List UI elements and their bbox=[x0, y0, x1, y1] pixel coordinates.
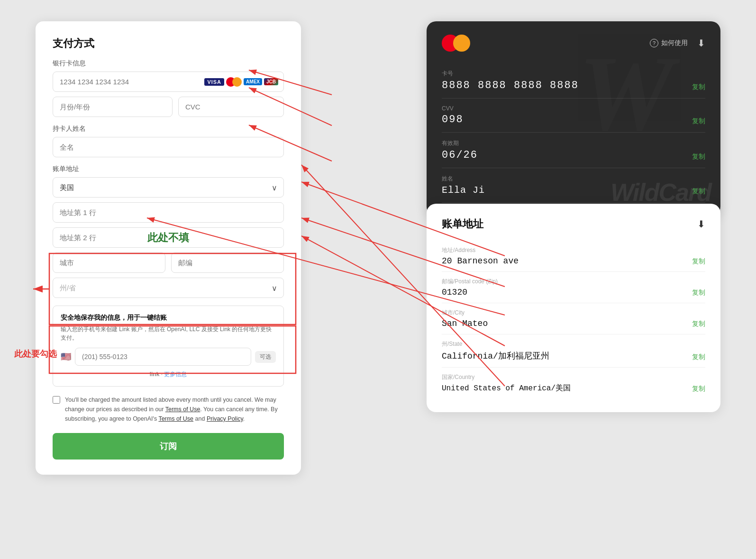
address1-input[interactable] bbox=[53, 202, 284, 223]
cvv-label: CVV bbox=[442, 105, 464, 112]
subscribe-button[interactable]: 订阅 bbox=[53, 433, 284, 460]
city-input[interactable] bbox=[53, 252, 165, 273]
cvc-input[interactable] bbox=[178, 97, 284, 117]
card-icons: VISA AMEX JCB bbox=[204, 77, 278, 87]
billing-address-label: 地址/Address bbox=[442, 246, 519, 254]
billing-download-icon[interactable]: ⬇ bbox=[697, 218, 705, 230]
billing-city-copy-button[interactable]: 复制 bbox=[692, 320, 705, 328]
card-expiry-cvc-row bbox=[53, 97, 284, 117]
visa-icon: VISA bbox=[204, 78, 224, 86]
address1-wrapper bbox=[53, 202, 284, 223]
billing-address-field: 地址/Address 20 Barneson ave 复制 bbox=[442, 241, 705, 272]
mastercard-logo bbox=[442, 35, 470, 52]
billing-title: 账单地址 bbox=[442, 217, 483, 231]
card-actions: ? 如何使用 ⬇ bbox=[650, 37, 705, 49]
country-dropdown[interactable]: 美国 ∨ bbox=[53, 177, 284, 198]
checkbox-annotation-label: 此处要勾选 bbox=[14, 348, 57, 360]
card-header: ? 如何使用 ⬇ bbox=[442, 35, 705, 52]
phone-row: 🇺🇸 可选 bbox=[61, 348, 276, 366]
billing-country-value: United States of America/美国 bbox=[442, 383, 571, 393]
billing-state-field: 州/State California/加利福尼亚州 复制 bbox=[442, 334, 705, 368]
us-flag-icon: 🇺🇸 bbox=[61, 352, 71, 362]
terms-link2[interactable]: Terms of Use bbox=[158, 415, 193, 422]
billing-zip-value: 01320 bbox=[442, 288, 498, 297]
billing-state-copy-button[interactable]: 复制 bbox=[692, 353, 705, 361]
expiry-copy-button[interactable]: 复制 bbox=[692, 153, 705, 161]
address2-wrapper: 此处不填 bbox=[53, 227, 284, 248]
card-cvv-field: CVV 098 复制 bbox=[442, 99, 705, 133]
billing-country-left: 国家/Country United States of America/美国 bbox=[442, 373, 571, 393]
city-zip-row bbox=[53, 252, 284, 273]
card-download-icon[interactable]: ⬇ bbox=[697, 37, 705, 49]
billing-zip-field: 邮编/Postal code (Zip) 01320 复制 bbox=[442, 272, 705, 303]
billing-zip-label: 邮编/Postal code (Zip) bbox=[442, 278, 498, 286]
card-expiry-field: 有效期 06/26 复制 bbox=[442, 133, 705, 168]
country-select[interactable]: 美国 bbox=[53, 177, 284, 198]
billing-zip-copy-button[interactable]: 复制 bbox=[692, 289, 705, 297]
address2-note: 此处不填 bbox=[147, 231, 189, 245]
save-info-title: 安全地保存我的信息，用于一键结账 bbox=[61, 314, 276, 322]
privacy-link[interactable]: Privacy Policy bbox=[207, 415, 243, 422]
card-section-label: 银行卡信息 bbox=[53, 59, 284, 68]
terms-checkbox[interactable] bbox=[53, 396, 60, 404]
cvc-wrapper bbox=[178, 97, 284, 117]
card-cvv-left: CVV 098 bbox=[442, 105, 464, 126]
card-number-copy-button[interactable]: 复制 bbox=[692, 83, 705, 91]
save-info-desc: 输入您的手机号来创建 Link 账户，然后在 OpenAI, LLC 及接受 L… bbox=[61, 325, 276, 342]
billing-address-copy-button[interactable]: 复制 bbox=[692, 257, 705, 266]
card-number-field: 卡号 8888 8888 8888 8888 复制 bbox=[442, 63, 705, 99]
card-number-left: 卡号 8888 8888 8888 8888 bbox=[442, 70, 579, 91]
zip-input[interactable] bbox=[171, 252, 284, 273]
state-dropdown[interactable]: 州/省 ∨ bbox=[53, 278, 284, 298]
link-footer: link · 更多信息 bbox=[61, 370, 276, 379]
card-number-wrapper: VISA AMEX JCB bbox=[53, 72, 284, 92]
card-help[interactable]: ? 如何使用 bbox=[650, 39, 688, 47]
name-value: Ella Ji bbox=[442, 185, 485, 196]
billing-city-left: 城市/City San Mateo bbox=[442, 309, 488, 328]
card-name-field: 姓名 Ella Ji 复制 bbox=[442, 168, 705, 203]
billing-country-label: 国家/Country bbox=[442, 373, 571, 381]
billing-address-panel: 账单地址 ⬇ 地址/Address 20 Barneson ave 复制 邮编/… bbox=[427, 204, 720, 412]
card-number-value: 8888 8888 8888 8888 bbox=[442, 80, 579, 91]
optional-badge: 可选 bbox=[255, 351, 276, 363]
card-number-label: 卡号 bbox=[442, 70, 579, 78]
state-select[interactable]: 州/省 bbox=[53, 278, 284, 298]
card-name-left: 姓名 Ella Ji bbox=[442, 175, 485, 196]
billing-city-value: San Mateo bbox=[442, 319, 488, 328]
terms-row: You'll be charged the amount listed abov… bbox=[53, 395, 284, 424]
billing-address-value: 20 Barneson ave bbox=[442, 256, 519, 266]
link-more-info[interactable]: 更多信息 bbox=[164, 371, 187, 378]
billing-country-copy-button[interactable]: 复制 bbox=[692, 385, 705, 393]
billing-country-field: 国家/Country United States of America/美国 复… bbox=[442, 368, 705, 399]
name-label: 姓名 bbox=[442, 175, 485, 183]
help-circle-icon: ? bbox=[650, 39, 658, 47]
billing-state-left: 州/State California/加利福尼亚州 bbox=[442, 340, 549, 361]
billing-state-value: California/加利福尼亚州 bbox=[442, 350, 549, 361]
expiry-value: 06/26 bbox=[442, 149, 478, 161]
billing-city-label: 城市/City bbox=[442, 309, 488, 317]
cvv-copy-button[interactable]: 复制 bbox=[692, 117, 705, 126]
expiry-input[interactable] bbox=[53, 97, 173, 117]
name-copy-button[interactable]: 复制 bbox=[692, 187, 705, 196]
payment-form-title: 支付方式 bbox=[53, 36, 284, 51]
mastercard-icon bbox=[226, 77, 242, 87]
payment-form: 支付方式 银行卡信息 VISA AMEX JCB 持卡人姓名 账单地址 美国 ∨… bbox=[36, 21, 301, 475]
credit-card: W ? 如何使用 ⬇ 卡号 8888 8888 8888 8888 复制 CVV… bbox=[427, 21, 720, 216]
billing-zip-left: 邮编/Postal code (Zip) 01320 bbox=[442, 278, 498, 297]
billing-state-label: 州/State bbox=[442, 340, 549, 348]
cardholder-input[interactable] bbox=[53, 137, 284, 157]
mc-right-circle bbox=[453, 35, 470, 52]
cardholder-label: 持卡人姓名 bbox=[53, 125, 284, 133]
expiry-label: 有效期 bbox=[442, 139, 478, 147]
save-info-box: 安全地保存我的信息，用于一键结账 输入您的手机号来创建 Link 账户，然后在 … bbox=[53, 306, 284, 387]
terms-link1[interactable]: Terms of Use bbox=[165, 406, 200, 413]
billing-header: 账单地址 ⬇ bbox=[442, 217, 705, 231]
terms-text: You'll be charged the amount listed abov… bbox=[65, 395, 284, 424]
billing-city-field: 城市/City San Mateo 复制 bbox=[442, 303, 705, 334]
jcb-icon: JCB bbox=[264, 78, 278, 85]
card-help-label: 如何使用 bbox=[661, 39, 688, 47]
address-label: 账单地址 bbox=[53, 165, 284, 173]
amex-icon: AMEX bbox=[244, 78, 262, 85]
link-logo: link bbox=[150, 371, 160, 378]
phone-input[interactable] bbox=[75, 348, 251, 366]
